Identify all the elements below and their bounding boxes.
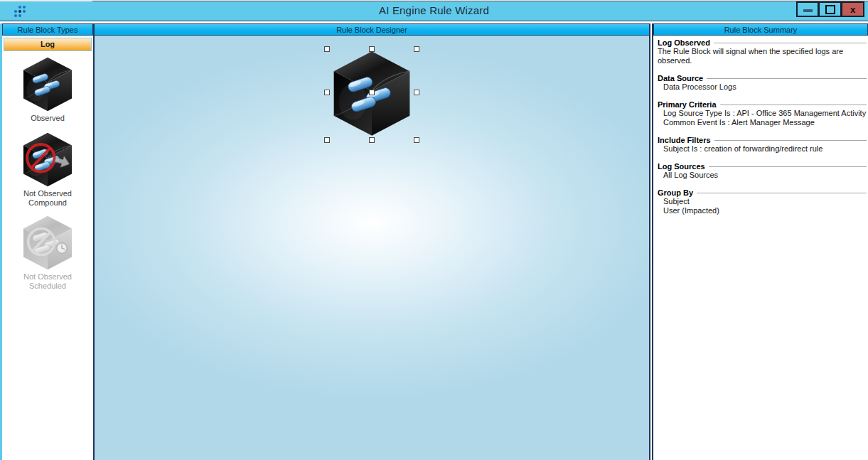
- rule-block-types-panel: Rule Block Types Log Observed Not Observ…: [0, 23, 93, 460]
- section-line: User (Impacted): [658, 206, 867, 215]
- section-line: The Rule Block will signal when the spec…: [658, 47, 865, 65]
- log-observed-cube-icon: [21, 57, 74, 112]
- resize-handle-middle-left[interactable]: [324, 90, 330, 95]
- palette-item-label: Observed: [9, 114, 87, 123]
- section-line: Subject Is : creation of forwarding/redi…: [658, 144, 867, 154]
- summary-content: Log Observed The Rule Block will signal …: [653, 36, 868, 215]
- resize-handle-bottom-left[interactable]: [324, 137, 330, 143]
- palette-item-observed[interactable]: Observed: [2, 57, 93, 123]
- section-title: Log Observed: [658, 38, 710, 47]
- summary-section-log-sources: Log Sources All Log Sources: [658, 162, 867, 180]
- summary-section-log-observed: Log Observed The Rule Block will signal …: [658, 38, 867, 65]
- resize-handle-top-left[interactable]: [324, 46, 330, 52]
- section-title: Include Filters: [658, 136, 711, 144]
- summary-section-group-by: Group By Subject User (Impacted): [658, 188, 867, 215]
- section-line: Subject: [658, 197, 867, 206]
- log-category-button[interactable]: Log: [4, 38, 92, 51]
- rule-block-summary-panel: Rule Block Summary Log Observed The Rule…: [652, 23, 868, 460]
- rule-block-summary-header: Rule Block Summary: [653, 23, 868, 36]
- resize-handle-bottom-right[interactable]: [414, 137, 419, 143]
- log-not-observed-scheduled-icon: [21, 215, 74, 270]
- window-title: AI Engine Rule Wizard: [0, 4, 868, 16]
- palette-item-label: Not Observed Scheduled: [9, 272, 87, 291]
- minimize-button[interactable]: [796, 1, 819, 17]
- section-title: Log Sources: [658, 162, 705, 171]
- section-title: Data Source: [658, 74, 703, 82]
- titlebar: AI Engine Rule Wizard x: [0, 1, 868, 21]
- section-divider: [714, 43, 867, 43]
- resize-handle-middle-right[interactable]: [414, 90, 419, 95]
- section-divider: [714, 140, 867, 141]
- section-divider: [720, 105, 867, 105]
- section-divider: [707, 78, 867, 79]
- palette-item-label: Not Observed Compound: [9, 189, 87, 208]
- minimize-icon: [803, 9, 813, 12]
- maximize-icon: [825, 5, 835, 14]
- summary-section-data-source: Data Source Data Processor Logs: [658, 74, 867, 92]
- resize-handle-bottom-center[interactable]: [369, 137, 375, 143]
- selected-rule-block[interactable]: [324, 46, 419, 143]
- resize-handle-middle-center[interactable]: [369, 90, 375, 95]
- rule-block-designer-header: Rule Block Designer: [95, 23, 649, 36]
- resize-handle-top-right[interactable]: [414, 46, 419, 52]
- summary-section-include-filters: Include Filters Subject Is : creation of…: [658, 136, 867, 154]
- section-line: Log Source Type Is : API - Office 365 Ma…: [658, 109, 867, 118]
- maximize-button[interactable]: [819, 1, 842, 17]
- rule-block-types-header: Rule Block Types: [2, 23, 93, 36]
- close-button[interactable]: x: [842, 1, 864, 17]
- palette-item-not-observed-scheduled: Not Observed Scheduled: [2, 215, 93, 291]
- designer-canvas[interactable]: [95, 36, 649, 460]
- section-title: Primary Criteria: [658, 100, 717, 109]
- rule-block-designer-panel: Rule Block Designer: [93, 23, 650, 460]
- section-divider: [697, 193, 867, 193]
- window-controls: x: [796, 1, 864, 17]
- summary-section-primary-criteria: Primary Criteria Log Source Type Is : AP…: [658, 100, 867, 127]
- section-divider: [709, 166, 867, 167]
- section-line: All Log Sources: [658, 171, 867, 180]
- palette-item-not-observed-compound[interactable]: Not Observed Compound: [2, 132, 93, 208]
- section-line: Data Processor Logs: [658, 82, 867, 92]
- section-title: Group By: [658, 188, 693, 197]
- section-line: Common Event Is : Alert Manager Message: [658, 118, 867, 127]
- log-not-observed-compound-icon: [21, 132, 74, 187]
